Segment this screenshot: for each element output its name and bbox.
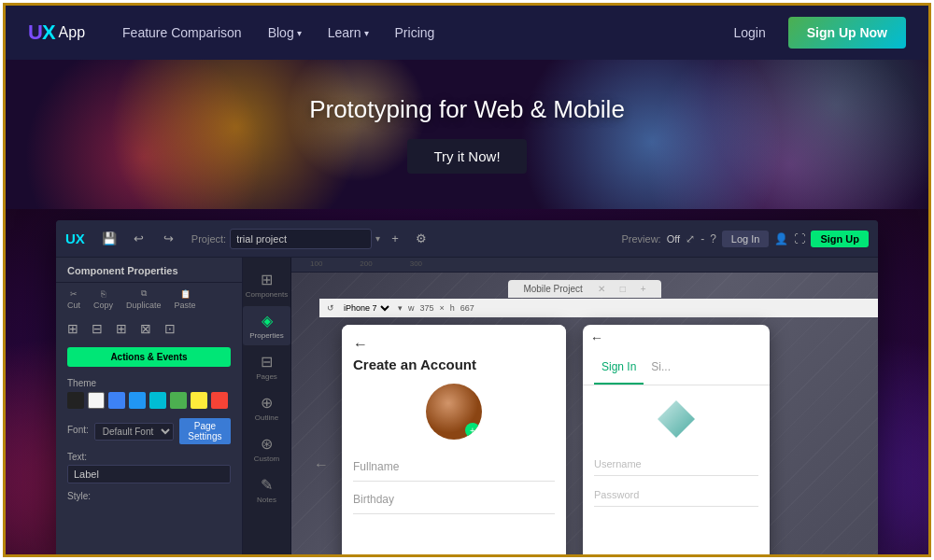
layout-icon-5: ⊡: [164, 321, 176, 336]
components-icon: ⊞: [261, 271, 273, 288]
dash-icon: -: [700, 232, 704, 245]
nav-feature-comparison[interactable]: Feature Comparison: [111, 18, 253, 48]
avatar-badge[interactable]: +: [465, 423, 480, 438]
mockup-body: Component Properties ✂ Cut ⎘ Copy ⧉ Dup: [56, 258, 878, 554]
maximize-icon[interactable]: □: [620, 284, 626, 294]
cut-icon: ✂: [70, 289, 78, 299]
settings-icon[interactable]: ⚙: [410, 228, 432, 250]
theme-section: Theme: [56, 372, 242, 414]
project-name-input[interactable]: [230, 229, 372, 249]
mobile-back-button[interactable]: ←: [353, 336, 555, 353]
theme-swatches: [67, 392, 231, 409]
mock-logo: UX: [65, 231, 85, 246]
save-icon[interactable]: 💾: [98, 228, 120, 250]
signin-logo-area: [583, 385, 770, 453]
ruler-horizontal: 100 200 300: [291, 258, 878, 273]
layout-icon-1: ⊞: [67, 321, 78, 336]
signin-tab-active[interactable]: Sign In: [594, 351, 644, 385]
nav-learn[interactable]: Learn ▾: [317, 18, 380, 48]
font-section: Font: Default Font Page Settings: [56, 414, 242, 448]
text-value-input[interactable]: [67, 465, 231, 483]
canvas-background[interactable]: Mobile Project ✕ □ + ↺ iPhone 7: [291, 273, 878, 554]
duplicate-item[interactable]: ⧉ Duplicate: [126, 288, 162, 310]
paste-icon: 📋: [180, 289, 191, 299]
custom-label: Custom: [254, 455, 280, 463]
sidebar-item-pages[interactable]: ⊟ Pages: [243, 347, 290, 386]
sidebar-item-custom[interactable]: ⊛ Custom: [243, 429, 290, 469]
ruler-mark-1: 100: [291, 258, 341, 270]
mockup-toolbar: UX 💾 ↩ ↪ Project: ▾ + ⚙ Preview: Off ⤢ -…: [56, 220, 878, 258]
hero-title: Prototyping for Web & Mobile: [309, 95, 625, 124]
chevron-down-icon: ▾: [398, 303, 403, 313]
paste-label: Paste: [175, 301, 196, 310]
signin-password-field[interactable]: Password: [594, 483, 758, 507]
pages-label: Pages: [256, 372, 277, 381]
share-icon[interactable]: ⤢: [686, 232, 695, 245]
hero-section: Prototyping for Web & Mobile Try it Now!: [6, 60, 928, 209]
cut-label: Cut: [67, 301, 80, 310]
sidebar-item-components[interactable]: ⊞ Components: [243, 265, 290, 304]
canvas-area: 100 200 300 Mobile Project ✕: [291, 258, 878, 554]
canvas-width: 375: [420, 303, 434, 313]
swatch-yellow[interactable]: [191, 392, 207, 409]
sidebar-item-outline[interactable]: ⊕ Outline: [243, 388, 290, 427]
swatch-white[interactable]: [88, 392, 105, 409]
mock-login-button[interactable]: Log In: [722, 231, 770, 247]
expand-icon[interactable]: ⛶: [794, 232, 805, 245]
nav-blog[interactable]: Blog ▾: [257, 18, 313, 48]
sidebar-item-properties[interactable]: ◈ Properties: [243, 306, 290, 345]
add-icon[interactable]: +: [384, 228, 406, 250]
layout-icon-2: ⊟: [92, 321, 103, 336]
swatch-green[interactable]: [170, 392, 187, 409]
actions-events-button[interactable]: Actions & Events: [67, 347, 231, 367]
navbar: UX App Feature Comparison Blog ▾ Learn ▾…: [6, 6, 928, 60]
signin-username-field[interactable]: Username: [594, 453, 758, 476]
close-icon[interactable]: ✕: [598, 284, 605, 294]
sidebar-item-notes[interactable]: ✎ Notes: [243, 470, 290, 510]
style-label: Style:: [67, 491, 231, 501]
style-section: Style:: [56, 487, 242, 505]
redo-icon[interactable]: ↪: [158, 228, 180, 250]
copy-item[interactable]: ⎘ Copy: [93, 289, 113, 310]
mobile-fullname-field[interactable]: Fullname: [353, 453, 555, 482]
swatch-blue2[interactable]: [129, 392, 146, 409]
login-button[interactable]: Login: [720, 18, 778, 48]
theme-label: Theme: [67, 378, 231, 388]
back-icon[interactable]: ↺: [327, 303, 334, 313]
help-icon[interactable]: ?: [710, 232, 716, 245]
left-panel: Component Properties ✂ Cut ⎘ Copy ⧉ Dup: [56, 258, 243, 554]
logo-text: UX: [28, 21, 55, 45]
signin-tab-inactive[interactable]: Si...: [644, 351, 678, 385]
add-frame-icon[interactable]: +: [641, 284, 646, 294]
nav-pricing[interactable]: Pricing: [384, 18, 446, 48]
swatch-red[interactable]: [211, 392, 228, 409]
swatch-cyan[interactable]: [149, 392, 166, 409]
mock-signup-button[interactable]: Sign Up: [811, 231, 869, 247]
logo[interactable]: UX App: [28, 21, 85, 45]
duplicate-icon: ⧉: [141, 288, 147, 299]
layout-icons-row: ⊞ ⊟ ⊞ ⊠ ⊡: [56, 315, 242, 342]
preview-toggle[interactable]: Off: [667, 233, 680, 245]
panel-title: Component Properties: [56, 258, 242, 283]
ruler-mark-3: 300: [391, 258, 441, 270]
mobile-avatar-area: +: [353, 384, 555, 440]
paste-item[interactable]: 📋 Paste: [175, 289, 196, 310]
canvas-height: 667: [460, 303, 474, 313]
cut-item[interactable]: ✂ Cut: [67, 289, 80, 310]
page-settings-button[interactable]: Page Settings: [179, 418, 231, 444]
components-label: Components: [246, 290, 288, 299]
mobile-birthday-field[interactable]: Birthday: [353, 485, 555, 514]
device-select[interactable]: iPhone 7: [340, 302, 392, 314]
font-select[interactable]: Default Font: [94, 423, 174, 441]
swatch-black[interactable]: [67, 392, 84, 409]
canvas-back-arrow[interactable]: ←: [314, 456, 329, 473]
try-button[interactable]: Try it Now!: [407, 139, 526, 174]
mobile-project-title: Mobile Project: [523, 284, 582, 294]
project-label: Project:: [191, 233, 226, 245]
undo-icon[interactable]: ↩: [128, 228, 150, 250]
signup-button[interactable]: Sign Up Now: [788, 17, 906, 49]
font-label: Font:: [67, 425, 89, 435]
swatch-blue[interactable]: [108, 392, 125, 409]
preview-label: Preview:: [621, 233, 660, 245]
right-frame-back[interactable]: ←: [590, 330, 603, 345]
